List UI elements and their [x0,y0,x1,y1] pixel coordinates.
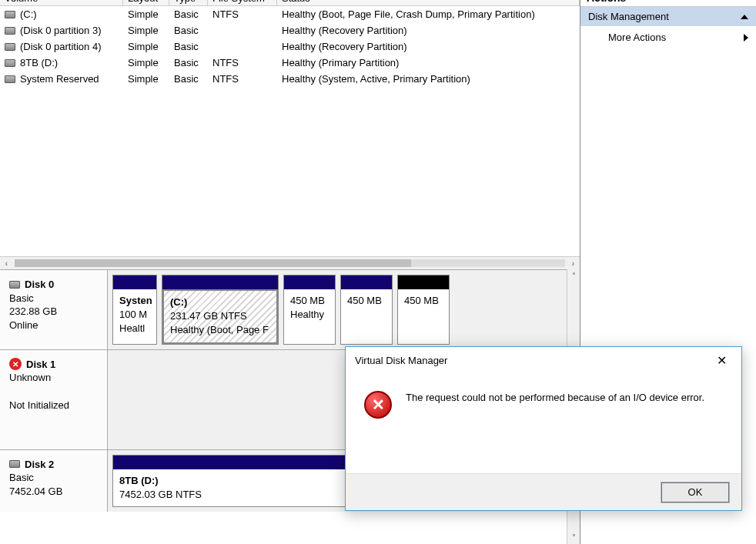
volume-row[interactable]: (Disk 0 partition 3) Simple Basic Health… [0,22,580,38]
volume-name: (Disk 0 partition 4) [20,41,101,52]
scroll-up-icon[interactable]: ˄ [567,269,580,282]
partition-status: Healthy [290,308,329,322]
col-type[interactable]: Type [169,0,208,5]
partition-name: (C:) [170,295,270,309]
disk-size: 7452.04 GB [9,485,98,499]
volume-type: Basic [169,56,208,69]
disk-type: Basic [9,471,98,485]
volume-type: Basic [169,72,208,85]
disk-state: Not Initialized [9,399,98,412]
volume-icon [5,43,15,51]
col-filesystem[interactable]: File System [208,0,277,5]
volume-name: (C:) [20,8,37,20]
partition-size: 231.47 GB NTFS [170,309,270,323]
partition-colorbar [162,275,278,289]
close-icon[interactable]: ✕ [711,353,732,368]
volume-layout: Simple [123,40,169,53]
disk-icon [9,460,20,468]
disk-type: Basic [9,292,98,305]
volume-status: Healthy (System, Active, Primary Partiti… [277,72,580,85]
disk-size: 232.88 GB [9,305,98,319]
actions-more-label: More Actions [608,32,666,43]
horizontal-scrollbar[interactable]: ‹ › [0,256,580,269]
partition[interactable]: 450 MB [340,275,393,345]
actions-header: Actions [580,0,756,7]
actions-selected-label: Disk Management [588,11,669,22]
volume-list[interactable]: Volume Layout Type File System Status (C… [0,0,580,269]
partition[interactable]: (C:) 231.47 GB NTFS Healthy (Boot, Page … [162,275,279,345]
disk-title: Disk 2 [25,458,54,472]
disk-row-disk0[interactable]: Disk 0 Basic 232.88 GB Online Systen 100… [0,269,567,349]
error-icon: ✕ [9,358,22,370]
scroll-down-icon[interactable]: ˅ [567,531,580,544]
partition-colorbar [398,275,449,289]
volume-fs [208,40,277,53]
disk-partitions: Systen 100 M Healtl (C:) 231.47 GB NTFS [108,270,567,349]
partition-colorbar [113,275,156,289]
col-volume[interactable]: Volume [0,0,123,5]
volume-type: Basic [169,40,208,53]
collapse-icon [741,15,748,19]
volume-row[interactable]: (C:) Simple Basic NTFS Healthy (Boot, Pa… [0,6,580,22]
disk-icon [9,281,20,289]
disk-label: Disk 2 Basic 7452.04 GB [0,450,108,512]
scroll-track[interactable] [15,259,565,267]
partition-status: Healthy (Boot, Page F [170,323,270,337]
volume-layout: Simple [123,56,169,69]
disk-label: ✕Disk 1 Unknown Not Initialized [0,350,108,449]
volume-layout: Simple [123,24,169,37]
disk-title: Disk 0 [25,278,54,292]
volume-fs: NTFS [208,72,277,85]
partition-size: 100 M [119,308,150,322]
volume-list-header: Volume Layout Type File System Status [0,0,580,6]
volume-status: Healthy (Primary Partition) [277,56,580,69]
partition-size: 450 MB [347,294,386,308]
partition-size: 450 MB [404,294,443,308]
volume-icon [5,75,15,83]
scroll-right-icon[interactable]: › [567,258,580,269]
partition-colorbar [341,275,392,289]
volume-icon [5,11,15,18]
actions-selected[interactable]: Disk Management [580,7,756,26]
expand-icon [744,34,748,42]
error-icon: ✕ [364,391,392,419]
col-layout[interactable]: Layout [123,0,169,5]
disk-title: Disk 1 [26,358,55,372]
volume-row[interactable]: 8TB (D:) Simple Basic NTFS Healthy (Prim… [0,55,580,71]
error-dialog: Virtual Disk Manager ✕ ✕ The request cou… [345,346,742,511]
dialog-titlebar[interactable]: Virtual Disk Manager ✕ [346,347,741,374]
partition[interactable]: Systen 100 M Healtl [112,275,157,345]
scroll-left-icon[interactable]: ‹ [0,258,13,269]
col-status[interactable]: Status [277,0,580,5]
volume-fs: NTFS [208,8,277,21]
volume-status: Healthy (Recovery Partition) [277,24,580,37]
partition[interactable]: 450 MB [397,275,450,345]
volume-icon [5,59,15,67]
volume-name: 8TB (D:) [20,57,58,68]
actions-more[interactable]: More Actions [580,26,756,48]
partition-status: Healtl [119,322,150,335]
disk-type: Unknown [9,371,98,385]
volume-icon [5,27,15,35]
volume-row[interactable]: System Reserved Simple Basic NTFS Health… [0,71,580,87]
volume-layout: Simple [123,72,169,85]
volume-fs [208,24,277,37]
volume-name: (Disk 0 partition 3) [20,25,101,36]
partition-name: Systen [119,294,150,308]
dialog-title: Virtual Disk Manager [355,355,447,366]
disk-state: Online [9,319,98,332]
volume-row[interactable]: (Disk 0 partition 4) Simple Basic Health… [0,38,580,55]
volume-status: Healthy (Recovery Partition) [277,40,580,53]
volume-status: Healthy (Boot, Page File, Crash Dump, Pr… [277,8,580,21]
disk-label: Disk 0 Basic 232.88 GB Online [0,270,108,349]
volume-type: Basic [169,24,208,37]
volume-layout: Simple [123,8,169,21]
volume-type: Basic [169,8,208,21]
partition[interactable]: 450 MB Healthy [283,275,336,345]
ok-button[interactable]: OK [661,482,729,502]
volume-fs: NTFS [208,56,277,69]
partition-size: 450 MB [290,294,329,308]
dialog-message: The request could not be performed becau… [406,391,704,405]
partition-colorbar [284,275,335,289]
volume-name: System Reserved [20,73,99,85]
